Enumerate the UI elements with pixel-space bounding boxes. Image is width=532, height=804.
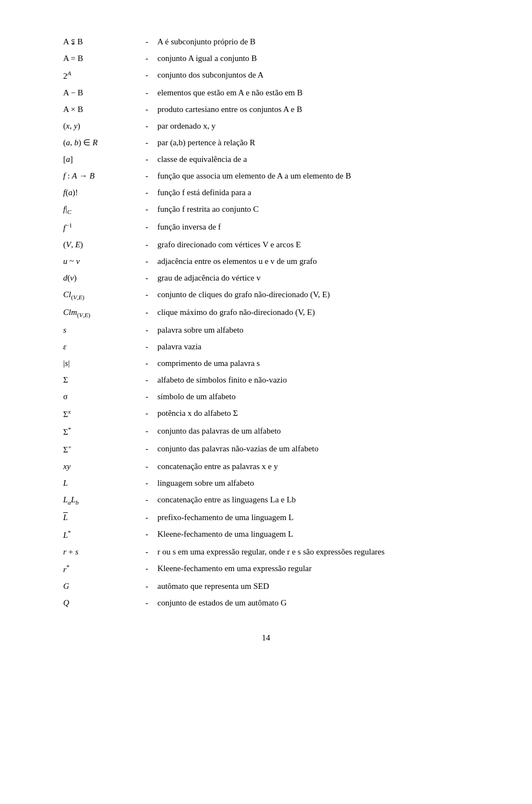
symbol-cell: u ~ v — [61, 253, 139, 269]
table-row: σ-símbolo de um alfabeto — [61, 388, 471, 405]
symbol-cell: (x, y) — [61, 118, 139, 134]
symbol-cell: A − B — [61, 84, 139, 101]
table-row: Σx-potência x do alfabeto Σ — [61, 405, 471, 423]
dash-cell: - — [139, 491, 155, 509]
dash-cell: - — [139, 286, 155, 304]
description-cell: clique máximo do grafo não-direcionado (… — [155, 304, 471, 322]
symbol-cell: L — [61, 475, 139, 491]
description-cell: classe de equivalência de a — [155, 151, 471, 167]
table-row: L-linguagem sobre um alfabeto — [61, 475, 471, 491]
description-cell: grau de adjacência do vértice v — [155, 269, 471, 286]
dash-cell: - — [139, 594, 155, 611]
symbol-cell: |s| — [61, 355, 139, 372]
dash-cell: - — [139, 322, 155, 338]
dash-cell: - — [139, 201, 155, 218]
symbol-cell: f|C — [61, 201, 139, 218]
symbol-cell: Σ* — [61, 423, 139, 440]
table-row: L*-Kleene-fechamento de uma linguagem L — [61, 526, 471, 543]
description-cell: linguagem sobre um alfabeto — [155, 475, 471, 491]
symbol-cell: ε — [61, 338, 139, 355]
description-cell: A é subconjunto próprio de B — [155, 33, 471, 50]
symbol-cell: σ — [61, 388, 139, 405]
table-row: Σ*-conjunto das palavras de um alfabeto — [61, 423, 471, 440]
description-cell: Kleene-fechamento em uma expressão regul… — [155, 560, 471, 578]
notation-table: A ⫋ B-A é subconjunto próprio de BA = B-… — [61, 33, 471, 611]
dash-cell: - — [139, 388, 155, 405]
description-cell: r ou s em uma expressão regular, onde r … — [155, 543, 471, 560]
symbol-cell: f(a)! — [61, 184, 139, 201]
table-row: A × B-produto cartesiano entre os conjun… — [61, 101, 471, 118]
symbol-cell: Q — [61, 594, 139, 611]
table-row: f(a)!-função f está definida para a — [61, 184, 471, 201]
description-cell: elementos que estão em A e não estão em … — [155, 84, 471, 101]
table-row: f|C-função f restrita ao conjunto C — [61, 201, 471, 218]
description-cell: potência x do alfabeto Σ — [155, 405, 471, 423]
table-row: A = B-conjunto A igual a conjunto B — [61, 50, 471, 67]
table-row: (V, E)-grafo direcionado com vértices V … — [61, 236, 471, 253]
table-row: (x, y)-par ordenado x, y — [61, 118, 471, 134]
dash-cell: - — [139, 118, 155, 134]
description-cell: par ordenado x, y — [155, 118, 471, 134]
dash-cell: - — [139, 134, 155, 151]
dash-cell: - — [139, 67, 155, 84]
dash-cell: - — [139, 543, 155, 560]
dash-cell: - — [139, 101, 155, 118]
table-row: Cl(V,E)-conjunto de cliques do grafo não… — [61, 286, 471, 304]
description-cell: função que associa um elemento de A a um… — [155, 167, 471, 184]
symbol-cell: A = B — [61, 50, 139, 67]
symbol-cell: f : A → B — [61, 167, 139, 184]
table-row: L-prefixo-fechamento de uma linguagem L — [61, 509, 471, 526]
dash-cell: - — [139, 405, 155, 423]
table-row: r*-Kleene-fechamento em uma expressão re… — [61, 560, 471, 578]
description-cell: comprimento de uma palavra s — [155, 355, 471, 372]
description-cell: conjunto A igual a conjunto B — [155, 50, 471, 67]
dash-cell: - — [139, 236, 155, 253]
table-row: 2A-conjunto dos subconjuntos de A — [61, 67, 471, 84]
symbol-cell: Cl(V,E) — [61, 286, 139, 304]
table-row: f−1-função inversa de f — [61, 218, 471, 236]
table-row: Clm(V,E)-clique máximo do grafo não-dire… — [61, 304, 471, 322]
description-cell: concatenação entre as palavras x e y — [155, 458, 471, 475]
description-cell: palavra sobre um alfabeto — [155, 322, 471, 338]
symbol-cell: A ⫋ B — [61, 33, 139, 50]
symbol-cell: L* — [61, 526, 139, 543]
symbol-cell: 2A — [61, 67, 139, 84]
description-cell: palavra vazia — [155, 338, 471, 355]
dash-cell: - — [139, 50, 155, 67]
table-row: f : A → B-função que associa um elemento… — [61, 167, 471, 184]
dash-cell: - — [139, 218, 155, 236]
description-cell: Kleene-fechamento de uma linguagem L — [155, 526, 471, 543]
table-row: xy-concatenação entre as palavras x e y — [61, 458, 471, 475]
table-row: d(v)-grau de adjacência do vértice v — [61, 269, 471, 286]
symbol-cell: G — [61, 578, 139, 594]
description-cell: produto cartesiano entre os conjuntos A … — [155, 101, 471, 118]
table-row: A ⫋ B-A é subconjunto próprio de B — [61, 33, 471, 50]
table-row: LaLb-concatenação entre as linguagens La… — [61, 491, 471, 509]
dash-cell: - — [139, 33, 155, 50]
dash-cell: - — [139, 578, 155, 594]
description-cell: autômato que representa um SED — [155, 578, 471, 594]
table-row: |s|-comprimento de uma palavra s — [61, 355, 471, 372]
dash-cell: - — [139, 269, 155, 286]
description-cell: conjunto dos subconjuntos de A — [155, 67, 471, 84]
table-row: s-palavra sobre um alfabeto — [61, 322, 471, 338]
description-cell: função f restrita ao conjunto C — [155, 201, 471, 218]
dash-cell: - — [139, 526, 155, 543]
symbol-cell: (V, E) — [61, 236, 139, 253]
description-cell: alfabeto de símbolos finito e não-vazio — [155, 372, 471, 388]
description-cell: conjunto das palavras de um alfabeto — [155, 423, 471, 440]
table-row: Σ+-conjunto das palavras não-vazias de u… — [61, 440, 471, 458]
dash-cell: - — [139, 475, 155, 491]
dash-cell: - — [139, 84, 155, 101]
page-content: A ⫋ B-A é subconjunto próprio de BA = B-… — [50, 0, 482, 676]
symbol-cell: d(v) — [61, 269, 139, 286]
description-cell: conjunto das palavras não-vazias de um a… — [155, 440, 471, 458]
description-cell: grafo direcionado com vértices V e arcos… — [155, 236, 471, 253]
symbol-cell: LaLb — [61, 491, 139, 509]
table-row: A − B-elementos que estão em A e não est… — [61, 84, 471, 101]
table-row: (a, b) ∈ R-par (a,b) pertence à relação … — [61, 134, 471, 151]
description-cell: adjacência entre os elementos u e v de u… — [155, 253, 471, 269]
description-cell: conjunto de cliques do grafo não-direcio… — [155, 286, 471, 304]
symbol-cell: Σ+ — [61, 440, 139, 458]
table-row: u ~ v-adjacência entre os elementos u e … — [61, 253, 471, 269]
